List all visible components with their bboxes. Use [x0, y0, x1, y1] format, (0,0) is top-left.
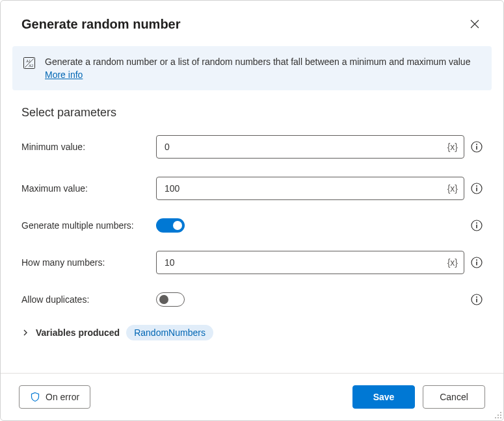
variable-picker-icon[interactable]: {x} — [447, 142, 458, 152]
svg-point-21 — [495, 417, 496, 418]
variable-picker-icon[interactable]: {x} — [447, 183, 458, 194]
banner-description: Generate a random number or a list of ra… — [45, 57, 470, 67]
save-button[interactable]: Save — [352, 385, 415, 409]
row-minimum: Minimum value: {x} — [21, 135, 483, 159]
expand-variables-button[interactable] — [21, 329, 29, 337]
shield-icon — [30, 392, 40, 402]
resize-grip-icon[interactable] — [493, 410, 502, 419]
maximum-input[interactable] — [156, 177, 464, 200]
dialog-header: Generate random number — [1, 1, 503, 46]
svg-point-10 — [476, 222, 477, 223]
toggle-knob — [159, 295, 168, 304]
info-icon[interactable] — [471, 183, 483, 194]
svg-point-18 — [500, 412, 501, 413]
variable-pill[interactable]: RandomNumbers — [126, 325, 213, 340]
svg-rect-8 — [476, 188, 477, 192]
label-how-many: How many numbers: — [21, 257, 148, 268]
allow-duplicates-toggle[interactable] — [156, 292, 185, 307]
info-icon[interactable] — [471, 257, 483, 268]
dialog-footer: On error Save Cancel — [1, 373, 503, 420]
footer-actions: Save Cancel — [352, 385, 485, 409]
dialog: Generate random number A1 A2 Generate a … — [0, 0, 504, 421]
on-error-button[interactable]: On error — [19, 385, 90, 409]
info-banner: A1 A2 Generate a random number or a list… — [12, 46, 492, 90]
banner-text: Generate a random number or a list of ra… — [45, 55, 481, 81]
more-info-link[interactable]: More info — [45, 70, 83, 80]
svg-point-13 — [476, 259, 477, 261]
dialog-title: Generate random number — [21, 17, 181, 32]
svg-point-19 — [497, 415, 499, 416]
label-minimum: Minimum value: — [21, 142, 148, 152]
label-generate-multiple: Generate multiple numbers: — [21, 220, 148, 231]
svg-point-22 — [497, 417, 499, 418]
svg-rect-11 — [476, 225, 477, 229]
svg-point-16 — [476, 296, 477, 298]
variable-picker-icon[interactable]: {x} — [447, 257, 458, 268]
svg-text:A2: A2 — [29, 64, 33, 68]
label-maximum: Maximum value: — [21, 183, 148, 194]
chevron-right-icon — [21, 329, 29, 337]
action-icon: A1 A2 — [23, 57, 36, 71]
dialog-content: Select parameters Minimum value: {x} Max… — [1, 99, 503, 373]
toggle-knob — [173, 221, 182, 230]
close-button[interactable] — [464, 14, 485, 34]
svg-point-20 — [500, 415, 501, 416]
svg-rect-14 — [476, 262, 477, 266]
row-how-many: How many numbers: {x} — [21, 251, 483, 274]
row-generate-multiple: Generate multiple numbers: — [21, 218, 483, 233]
info-icon[interactable] — [471, 220, 483, 231]
variables-produced-label: Variables produced — [36, 327, 120, 338]
info-icon[interactable] — [471, 294, 483, 305]
close-icon — [470, 19, 479, 29]
row-maximum: Maximum value: {x} — [21, 177, 483, 200]
svg-rect-17 — [476, 299, 477, 303]
row-allow-duplicates: Allow duplicates: — [21, 292, 483, 307]
how-many-input[interactable] — [156, 251, 464, 274]
svg-rect-5 — [476, 146, 477, 150]
minimum-input[interactable] — [156, 135, 464, 159]
svg-point-23 — [500, 417, 501, 418]
info-icon[interactable] — [471, 141, 483, 153]
svg-point-4 — [476, 144, 477, 145]
variables-produced-row: Variables produced RandomNumbers — [21, 325, 483, 340]
generate-multiple-toggle[interactable] — [156, 218, 185, 233]
cancel-button[interactable]: Cancel — [423, 385, 485, 409]
section-heading: Select parameters — [21, 106, 483, 120]
on-error-label: On error — [46, 392, 79, 402]
label-allow-duplicates: Allow duplicates: — [21, 294, 148, 305]
svg-point-7 — [476, 185, 477, 186]
